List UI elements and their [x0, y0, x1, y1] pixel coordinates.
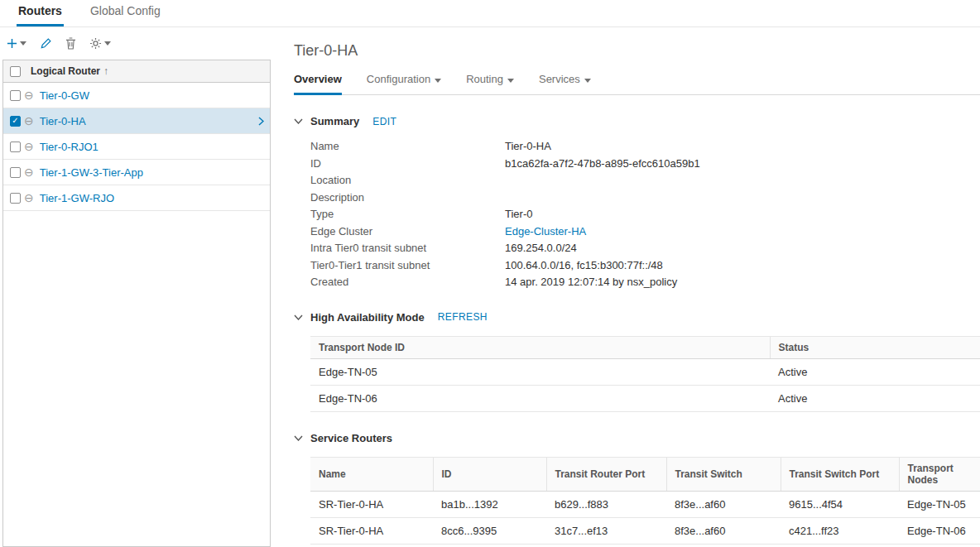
field-created: Created 14 apr. 2019 12:07:14 by nsx_pol… — [310, 274, 980, 291]
field-label: Name — [310, 138, 505, 156]
transport-node-cell: Edge-TN-05 — [310, 358, 770, 385]
field-value: b1ca62fa-a7f2-47b8-a895-efcc610a59b1 — [505, 156, 700, 173]
field-tier0-tier1-subnet: Tier0-Tier1 transit subnet 100.64.0.0/16… — [310, 257, 980, 275]
nsx-routers-page: Routers Global Config — [0, 0, 980, 547]
ha-mode-section-header: High Availability Mode REFRESH — [294, 311, 980, 324]
edge-cluster-link[interactable]: Edge-Cluster-HA — [505, 223, 586, 241]
row-checkbox[interactable] — [10, 90, 21, 101]
tab-services[interactable]: Services — [539, 73, 591, 95]
sr-trp-cell: 31c7...ef13 — [546, 517, 666, 544]
minus-circle-icon: ⊖ — [24, 141, 34, 152]
tab-overview[interactable]: Overview — [294, 73, 342, 95]
page-title: Tier-0-HA — [294, 42, 980, 60]
row-checkbox[interactable] — [10, 193, 21, 204]
tab-label: Routing — [466, 73, 503, 85]
list-toolbar — [0, 27, 271, 60]
transport-node-link[interactable]: Edge-TN-05 — [899, 491, 980, 517]
router-link[interactable]: Tier-1-GW-3-Tier-App — [40, 166, 143, 179]
sr-ts-cell: 8f3e...af60 — [666, 491, 781, 517]
settings-menu-button[interactable] — [89, 37, 111, 50]
tab-global-config[interactable]: Global Config — [89, 0, 162, 26]
col-transport-nodes: Transport Nodes — [899, 457, 980, 491]
service-routers-table: Name ID Transit Router Port Transit Swit… — [310, 457, 980, 545]
router-link[interactable]: Tier-0-GW — [40, 89, 89, 102]
sr-id-cell: 8cc6...9395 — [433, 517, 546, 544]
router-link[interactable]: Tier-0-HA — [40, 115, 86, 127]
summary-heading: Summary — [310, 115, 359, 127]
tab-label: Configuration — [367, 73, 430, 85]
service-routers-heading: Service Routers — [310, 432, 392, 444]
sr-name-cell: SR-Tier-0-HA — [310, 517, 433, 544]
delete-router-button[interactable] — [65, 37, 76, 50]
table-row[interactable]: ⊖ Tier-1-GW-3-Tier-App — [3, 160, 270, 185]
col-transit-switch-port: Transit Switch Port — [781, 457, 899, 491]
table-row[interactable]: ⊖ Tier-0-RJO1 — [3, 134, 270, 160]
sr-trp-cell: b629...f883 — [546, 491, 666, 517]
router-list-header[interactable]: Logical Router ↑ — [3, 60, 270, 83]
tab-routing[interactable]: Routing — [466, 73, 514, 95]
minus-circle-icon: ⊖ — [24, 192, 34, 204]
table-row[interactable]: ⊖ Tier-1-GW-RJO — [3, 185, 270, 211]
field-label: Description — [310, 190, 505, 207]
top-tab-bar: Routers Global Config — [0, 0, 980, 27]
tab-routers[interactable]: Routers — [17, 0, 64, 26]
refresh-button[interactable]: REFRESH — [438, 311, 488, 323]
sr-tsp-cell: c421...ff23 — [781, 517, 899, 544]
table-row[interactable]: ⊖ Tier-0-GW — [3, 83, 270, 108]
chevron-down-icon[interactable] — [294, 314, 303, 320]
transport-node-link[interactable]: Edge-TN-06 — [899, 517, 980, 544]
row-checkbox[interactable] — [10, 142, 21, 152]
router-link[interactable]: Tier-1-GW-RJO — [40, 192, 114, 204]
router-detail-panel: Tier-0-HA Overview Configuration Routing… — [271, 27, 980, 547]
field-label: Tier0-Tier1 transit subnet — [310, 257, 505, 275]
plus-icon — [7, 38, 17, 49]
tab-configuration[interactable]: Configuration — [367, 73, 441, 95]
sr-id-cell: ba1b...1392 — [433, 491, 546, 517]
row-checkbox[interactable] — [10, 167, 21, 178]
chevron-down-icon[interactable] — [294, 435, 303, 441]
field-value: 100.64.0.0/16, fc15:b300:77f::/48 — [505, 257, 663, 275]
chevron-down-icon[interactable] — [294, 118, 303, 124]
field-name: Name Tier-0-HA — [310, 138, 980, 156]
transport-node-cell: Edge-TN-06 — [310, 385, 770, 411]
status-cell: Active — [770, 385, 980, 411]
caret-down-icon — [20, 41, 26, 46]
field-label: Created — [310, 274, 505, 291]
pencil-icon — [40, 37, 52, 50]
service-routers-section-header: Service Routers — [294, 432, 980, 444]
table-row: Edge-TN-05 Active — [310, 358, 980, 385]
caret-down-icon — [435, 73, 441, 85]
summary-fields: Name Tier-0-HA ID b1ca62fa-a7f2-47b8-a89… — [310, 138, 980, 291]
logical-router-column-header[interactable]: Logical Router — [31, 65, 100, 77]
field-location: Location — [310, 172, 980, 190]
table-row: Edge-TN-06 Active — [310, 385, 980, 411]
ha-mode-table: Transport Node ID Status Edge-TN-05 Acti… — [310, 336, 980, 412]
caret-down-icon — [507, 73, 514, 85]
select-all-checkbox[interactable] — [10, 66, 21, 77]
minus-circle-icon: ⊖ — [24, 166, 34, 178]
add-router-button[interactable] — [7, 38, 26, 49]
field-id: ID b1ca62fa-a7f2-47b8-a895-efcc610a59b1 — [310, 156, 980, 173]
detail-tab-bar: Overview Configuration Routing Services — [294, 73, 980, 95]
col-transit-switch: Transit Switch — [666, 457, 781, 491]
gear-icon — [89, 37, 102, 50]
table-row: SR-Tier-0-HA ba1b...1392 b629...f883 8f3… — [310, 491, 980, 517]
tab-label: Services — [539, 73, 580, 85]
edit-router-button[interactable] — [40, 37, 52, 50]
router-link[interactable]: Tier-0-RJO1 — [40, 141, 98, 153]
col-transport-node-id: Transport Node ID — [310, 336, 770, 358]
sort-ascending-icon: ↑ — [103, 65, 108, 77]
field-intra-tier0-subnet: Intra Tier0 transit subnet 169.254.0.0/2… — [310, 240, 980, 257]
field-type: Type Tier-0 — [310, 206, 980, 223]
sr-tsp-cell: 9615...4f54 — [781, 491, 899, 517]
field-value: 14 apr. 2019 12:07:14 by nsx_policy — [505, 274, 677, 291]
chevron-right-icon[interactable] — [258, 116, 264, 128]
col-name: Name — [310, 457, 433, 491]
table-row-selected[interactable]: ✓ ⊖ Tier-0-HA — [3, 108, 270, 134]
router-list-panel: Logical Router ↑ ⊖ Tier-0-GW ✓ ⊖ Tier-0-… — [0, 27, 271, 547]
sr-ts-cell: 8f3e...af60 — [666, 517, 781, 544]
col-transit-router-port: Transit Router Port — [546, 457, 666, 491]
row-checkbox[interactable]: ✓ — [10, 116, 21, 127]
status-cell: Active — [770, 358, 980, 385]
edit-button[interactable]: EDIT — [372, 116, 396, 127]
